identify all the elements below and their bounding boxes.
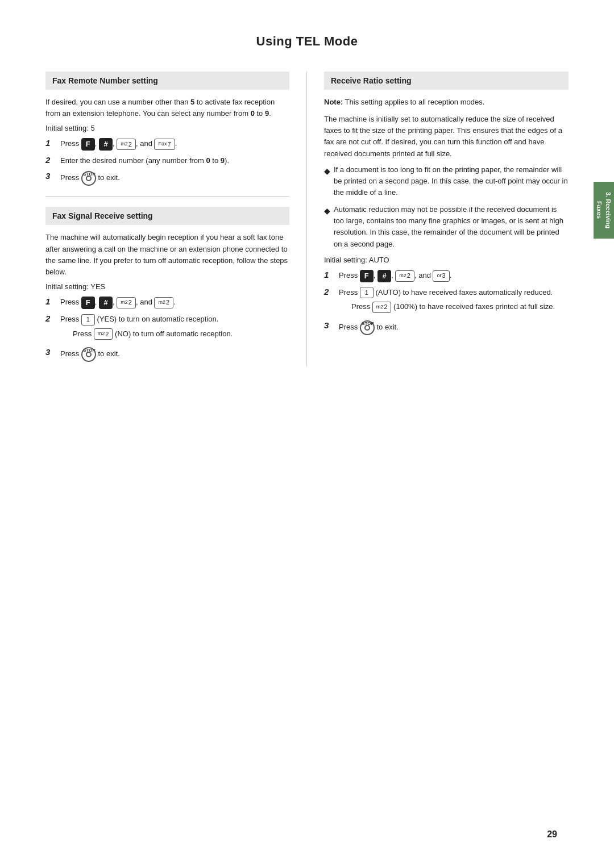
stop-circle: STOP: [360, 320, 375, 335]
fax-remote-body: If desired, you can use a number other t…: [45, 97, 289, 119]
fax-signal-step1: 1 Press F, #, m22, and m22.: [45, 297, 289, 309]
step-content: Press STOP to exit.: [339, 320, 569, 335]
key-2-100: m22: [372, 302, 392, 313]
key-3: or3: [433, 270, 449, 282]
receive-ratio-step2: 2 Press 1 (AUTO) to have received faxes …: [324, 287, 569, 316]
fax-signal-initial: Initial setting: YES: [45, 282, 289, 291]
stop-circle: STOP: [81, 347, 96, 362]
fax-signal-body: The machine will automatically begin rec…: [45, 232, 289, 278]
step-number: 3: [324, 320, 337, 330]
key-2b: m22: [117, 297, 136, 308]
diamond-icon: ◆: [324, 165, 330, 178]
receive-ratio-body: The machine is initially set to automati…: [324, 114, 569, 160]
key-hash: #: [99, 138, 113, 151]
bullet-text: If a document is too long to fit on the …: [334, 164, 569, 198]
step-content: Enter the desired number (any number fro…: [60, 155, 289, 166]
side-tab-line2: Faxes: [595, 201, 603, 219]
step-content: Press F, #, m22, and Fax7.: [60, 138, 289, 151]
step-content: Press F, #, m22, and m22.: [60, 297, 289, 309]
step-number: 1: [45, 138, 58, 148]
fax-remote-initial: Initial setting: 5: [45, 124, 289, 132]
receive-ratio-step1: 1 Press F, #, m22, and or3.: [324, 270, 569, 282]
fax-remote-step2: 2 Enter the desired number (any number f…: [45, 155, 289, 166]
note-box: Note: This setting applies to all recept…: [324, 97, 569, 108]
fax-remote-step3: 3 Press STOP to exit.: [45, 171, 289, 186]
receive-ratio-step3: 3 Press STOP to exit.: [324, 320, 569, 335]
step-number: 3: [45, 347, 58, 357]
step-number: 2: [45, 155, 58, 165]
step-number: 2: [45, 314, 58, 323]
stop-button: STOP: [81, 347, 96, 362]
page: Using TEL Mode Fax Remote Number setting…: [0, 0, 614, 868]
bullet-2: ◆ Automatic reduction may not be possibl…: [324, 204, 569, 250]
stop-button: STOP: [360, 320, 375, 335]
key-1-auto: 1: [360, 287, 374, 298]
fax-remote-step1: 1 Press F, #, m22, and Fax7.: [45, 138, 289, 151]
two-column-layout: Fax Remote Number setting If desired, yo…: [45, 72, 569, 366]
fax-remote-heading: Fax Remote Number setting: [45, 72, 289, 90]
receive-ratio-heading: Receive Ratio setting: [324, 72, 569, 90]
sub-step: Press m22 (100%) to have received faxes …: [351, 301, 569, 313]
step-content: Press STOP to exit.: [60, 347, 289, 362]
side-tab: 3. Receiving Faxes: [594, 182, 614, 239]
step-content: Press 1 (AUTO) to have received faxes au…: [339, 287, 569, 316]
step-number: 1: [45, 297, 58, 306]
page-title: Using TEL Mode: [45, 34, 569, 49]
step-content: Press 1 (YES) to turn on automatic recep…: [60, 314, 289, 343]
bullet-1: ◆ If a document is too long to fit on th…: [324, 164, 569, 198]
step-number: 2: [324, 287, 337, 297]
key-f: F: [81, 297, 95, 309]
bullet-text: Automatic reduction may not be possible …: [334, 204, 569, 250]
key-f: F: [81, 138, 95, 151]
diamond-icon: ◆: [324, 205, 330, 218]
right-column: Receive Ratio setting Note: This setting…: [307, 72, 569, 366]
key-2d: m22: [395, 270, 414, 282]
key-7: Fax7: [154, 139, 175, 150]
key-hash: #: [99, 297, 113, 309]
fax-signal-step2: 2 Press 1 (YES) to turn on automatic rec…: [45, 314, 289, 343]
step-content: Press STOP to exit.: [60, 171, 289, 186]
page-number: 29: [547, 829, 557, 840]
fax-signal-step3: 3 Press STOP to exit.: [45, 347, 289, 362]
stop-circle: STOP: [81, 171, 96, 186]
key-2-no: m22: [94, 328, 113, 340]
step-number: 1: [324, 270, 337, 279]
key-2c: m22: [154, 297, 173, 308]
stop-button: STOP: [81, 171, 96, 186]
side-tab-line1: 3. Receiving: [604, 192, 612, 228]
key-2a: m22: [117, 139, 136, 150]
key-hash: #: [377, 270, 391, 282]
step-number: 3: [45, 171, 58, 181]
key-1: 1: [81, 314, 95, 326]
key-f: F: [360, 270, 374, 282]
sub-step: Press m22 (NO) to turn off automatic rec…: [73, 328, 289, 340]
receive-ratio-initial: Initial setting: AUTO: [324, 256, 569, 264]
fax-signal-heading: Fax Signal Receive setting: [45, 207, 289, 225]
left-column: Fax Remote Number setting If desired, yo…: [45, 72, 307, 366]
step-content: Press F, #, m22, and or3.: [339, 270, 569, 282]
